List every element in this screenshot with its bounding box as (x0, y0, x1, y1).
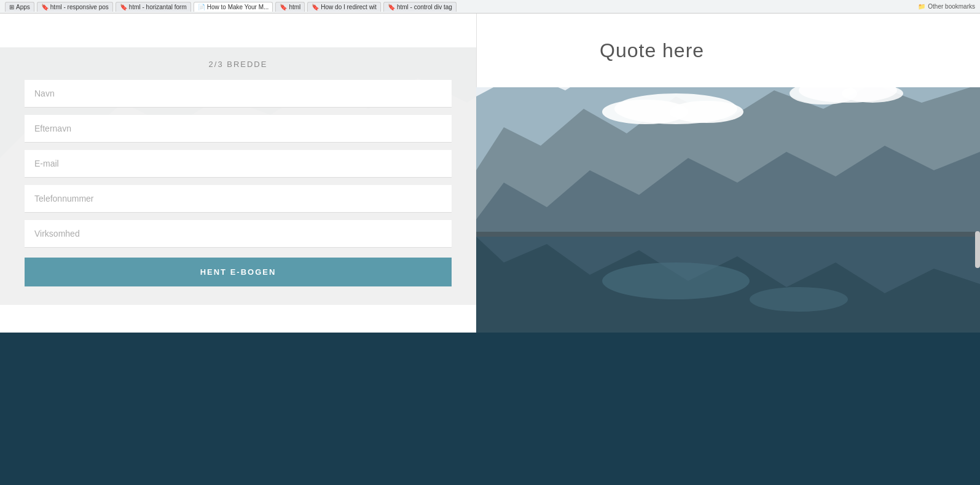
tab-apps[interactable]: ⊞ Apps (5, 2, 34, 12)
submit-button[interactable]: HENT E-BOGEN (25, 258, 452, 286)
efternavn-input[interactable] (25, 115, 452, 143)
bookmarks-area: 📁 Other bookmarks (918, 3, 975, 10)
bookmark-icon-5: 🔖 (312, 4, 319, 10)
svg-point-8 (602, 262, 750, 299)
telefon-input[interactable] (25, 185, 452, 213)
right-header: Quote here (476, 14, 980, 87)
form-container: HENT E-BOGEN (25, 80, 452, 286)
tab-5[interactable]: 🔖 How do I redirect wit (307, 2, 381, 12)
svg-point-9 (750, 287, 848, 312)
email-input[interactable] (25, 150, 452, 178)
browser-chrome: ⊞ Apps 🔖 html - responsive pos 🔖 html - … (0, 0, 980, 14)
tab-1[interactable]: 🔖 html - responsive pos (37, 2, 113, 12)
apps-icon: ⊞ (9, 4, 14, 10)
bookmark-icon-6: 🔖 (388, 4, 395, 10)
bookmark-icon-4: 🔖 (280, 4, 287, 10)
quote-text: Quote here (600, 39, 704, 62)
scrollbar[interactable] (975, 231, 980, 268)
page-content: Quote here 2/3 BREDDE HENT E-BOGEN (0, 14, 980, 485)
svg-point-12 (670, 101, 743, 123)
bookmark-icon-2: 🔖 (120, 4, 127, 10)
folder-icon: 📁 (918, 3, 925, 10)
virksomhed-input[interactable] (25, 220, 452, 248)
tab-4[interactable]: 🔖 html (275, 2, 305, 12)
tab-2[interactable]: 🔖 html - horizantal form (116, 2, 191, 12)
navn-input[interactable] (25, 80, 452, 108)
svg-rect-5 (476, 232, 980, 237)
bookmark-icon-1: 🔖 (41, 4, 49, 10)
doc-icon: 📄 (198, 4, 205, 10)
bottom-section (0, 333, 980, 485)
breadcrumb: 2/3 BREDDE (25, 60, 452, 69)
tab-6[interactable]: 🔖 html - control div tag (383, 2, 457, 12)
left-panel: 2/3 BREDDE HENT E-BOGEN (0, 47, 476, 305)
tab-3-active[interactable]: 📄 How to Make Your M... (194, 2, 273, 12)
